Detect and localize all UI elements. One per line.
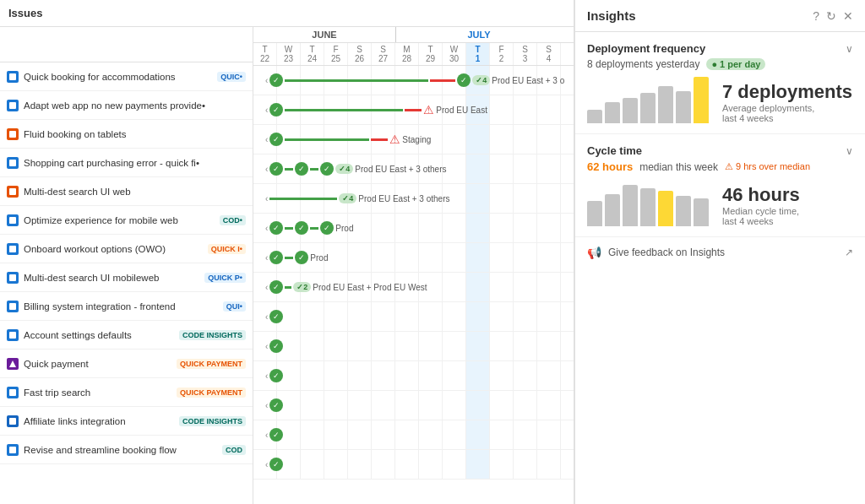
chart-bar-highlighted bbox=[694, 77, 709, 123]
insights-header: Insights ? ↻ ✕ bbox=[575, 0, 865, 32]
svg-rect-1 bbox=[9, 102, 16, 109]
insights-panel-title: Insights bbox=[587, 8, 806, 23]
external-link-icon[interactable]: ↗ bbox=[845, 247, 853, 258]
issue-badge: COD• bbox=[220, 215, 246, 225]
cycle-description: Median cycle time,last 4 weeks bbox=[722, 206, 800, 226]
list-item[interactable]: Affiliate links integration CODE INSIGHT… bbox=[0, 407, 253, 436]
issue-icon-story bbox=[7, 358, 19, 370]
deploy-rate-badge: ● 1 per day bbox=[706, 58, 765, 70]
cycle-big-number: 46 hours bbox=[722, 184, 800, 206]
deployment-big-number: 7 deployments bbox=[722, 81, 852, 103]
chart-bar bbox=[676, 91, 691, 124]
chart-bar bbox=[587, 201, 602, 226]
cycle-chart-row: 46 hours Median cycle time,last 4 weeks bbox=[587, 180, 853, 226]
chart-bar bbox=[640, 93, 656, 123]
help-icon[interactable]: ? bbox=[813, 9, 819, 23]
megaphone-icon: 📢 bbox=[587, 246, 601, 259]
list-item[interactable]: Fluid booking on tablets bbox=[0, 120, 253, 149]
issues-header: Issues bbox=[0, 0, 574, 27]
chart-bar bbox=[623, 185, 638, 227]
close-icon[interactable]: ✕ bbox=[843, 9, 853, 23]
issue-title: Billing system integration - frontend bbox=[24, 301, 218, 312]
svg-rect-5 bbox=[9, 217, 16, 224]
svg-rect-4 bbox=[9, 188, 16, 195]
right-panel: Insights ? ↻ ✕ Deployment frequency ∨ 8 … bbox=[574, 0, 865, 504]
issue-title: Multi-dest search UI web bbox=[24, 187, 246, 197]
left-panel: Issues Quick booking for accommodations … bbox=[0, 0, 574, 504]
cycle-label: Cycle time bbox=[587, 144, 642, 157]
gantt-row: ‹ ✓ ✓ Prod bbox=[253, 243, 574, 273]
issue-icon-story bbox=[7, 157, 19, 169]
chart-bar bbox=[676, 196, 691, 226]
chart-bar bbox=[640, 188, 656, 226]
list-item[interactable]: Optimize experience for mobile web COD• bbox=[0, 206, 253, 235]
issue-title: Affiliate links integration bbox=[24, 416, 174, 426]
cycle-chart-right: 46 hours Median cycle time,last 4 weeks bbox=[722, 184, 800, 226]
cycle-bar-chart bbox=[587, 180, 709, 226]
gantt-area: Quick booking for accommodations QUIC• A… bbox=[0, 27, 574, 504]
deployment-chart-row: 7 deployments Average deployments,last 4… bbox=[587, 77, 853, 123]
list-item[interactable]: Onboard workout options (OWO) QUICK I• bbox=[0, 235, 253, 263]
issue-badge: QUICK P• bbox=[204, 273, 246, 283]
list-item[interactable]: Billing system integration - frontend QU… bbox=[0, 292, 253, 321]
refresh-icon[interactable]: ↻ bbox=[826, 9, 836, 23]
cycle-chevron[interactable]: ∨ bbox=[846, 145, 853, 157]
list-item[interactable]: Multi-dest search UI mobileweb QUICK P• bbox=[0, 263, 253, 292]
issue-title: Optimize experience for mobile web bbox=[24, 215, 215, 225]
list-item[interactable]: Account settings defaults CODE INSIGHTS bbox=[0, 321, 253, 350]
list-item[interactable]: Fast trip search QUICK PAYMENT bbox=[0, 378, 253, 407]
issue-title: Quick booking for accommodations bbox=[24, 72, 212, 82]
day-t1-today: T1 bbox=[466, 43, 490, 65]
day-s26: S26 bbox=[348, 43, 372, 65]
issue-icon-story bbox=[7, 71, 19, 83]
list-item[interactable]: Revise and streamline booking flow COD bbox=[0, 436, 253, 464]
gantt-chart: JUNE JULY T22 W23 T24 F25 S26 S27 M28 T2… bbox=[253, 27, 574, 504]
issue-title: Revise and streamline booking flow bbox=[24, 445, 217, 455]
list-item[interactable]: Multi-dest search UI web bbox=[0, 177, 253, 206]
list-item[interactable]: Shopping cart purchasing error - quick f… bbox=[0, 149, 253, 177]
cycle-hours: 62 hours bbox=[587, 160, 633, 173]
cycle-median-label: median this week bbox=[639, 161, 718, 173]
svg-rect-0 bbox=[9, 73, 16, 80]
gantt-row: ‹ ✓ ✓ ✓4 Prod EU East + 3 o bbox=[253, 66, 574, 95]
issue-title: Shopping cart purchasing error - quick f… bbox=[24, 158, 246, 168]
gantt-row: ‹ ✓ ✓ ✓ Prod bbox=[253, 214, 574, 243]
gantt-row: ‹ ✓ ⚠ Staging bbox=[253, 125, 574, 154]
issue-icon-story bbox=[7, 387, 19, 398]
day-t22: T22 bbox=[253, 43, 277, 65]
issue-title: Adapt web app no new payments provide• bbox=[24, 100, 246, 111]
issue-badge: CODE INSIGHTS bbox=[179, 416, 246, 426]
gantt-row: ‹ ✓ bbox=[253, 450, 574, 480]
chart-bar bbox=[658, 86, 673, 123]
feedback-text: Give feedback on Insights bbox=[608, 247, 838, 258]
issue-title: Multi-dest search UI mobileweb bbox=[24, 273, 199, 283]
day-t24: T24 bbox=[301, 43, 324, 65]
cycle-section-title: Cycle time ∨ bbox=[587, 144, 853, 157]
chart-bar bbox=[605, 194, 620, 227]
list-item[interactable]: Quick booking for accommodations QUIC• bbox=[0, 62, 253, 91]
issue-icon-story bbox=[7, 243, 19, 255]
feedback-row[interactable]: 📢 Give feedback on Insights ↗ bbox=[575, 237, 865, 268]
day-w23: W23 bbox=[277, 43, 301, 65]
chart-bar bbox=[587, 110, 602, 124]
svg-rect-12 bbox=[9, 418, 16, 425]
issue-icon-story bbox=[7, 214, 19, 226]
deployment-chart-right: 7 deployments Average deployments,last 4… bbox=[722, 81, 852, 123]
issue-icon-bug bbox=[7, 128, 19, 140]
issue-icon-bug bbox=[7, 186, 19, 198]
list-item[interactable]: Adapt web app no new payments provide• bbox=[0, 91, 253, 120]
list-item[interactable]: Quick payment QUICK PAYMENT bbox=[0, 350, 253, 378]
cycle-meta: 62 hours median this week ⚠ 9 hrs over m… bbox=[587, 160, 853, 173]
day-s4: S4 bbox=[537, 43, 561, 65]
issue-badge: COD bbox=[222, 445, 246, 455]
issue-title: Account settings defaults bbox=[24, 330, 174, 340]
issues-title: Issues bbox=[8, 7, 42, 19]
issue-badge: QUIC• bbox=[217, 72, 246, 82]
svg-rect-11 bbox=[9, 389, 16, 396]
deployment-chevron[interactable]: ∨ bbox=[846, 43, 853, 55]
day-w30: W30 bbox=[443, 43, 466, 65]
chart-bar-highlighted bbox=[658, 191, 673, 226]
deployments-yesterday: 8 deployments yesterday bbox=[587, 58, 699, 70]
issue-icon-story bbox=[7, 444, 19, 456]
gantt-row: ‹ ✓ bbox=[253, 391, 574, 420]
